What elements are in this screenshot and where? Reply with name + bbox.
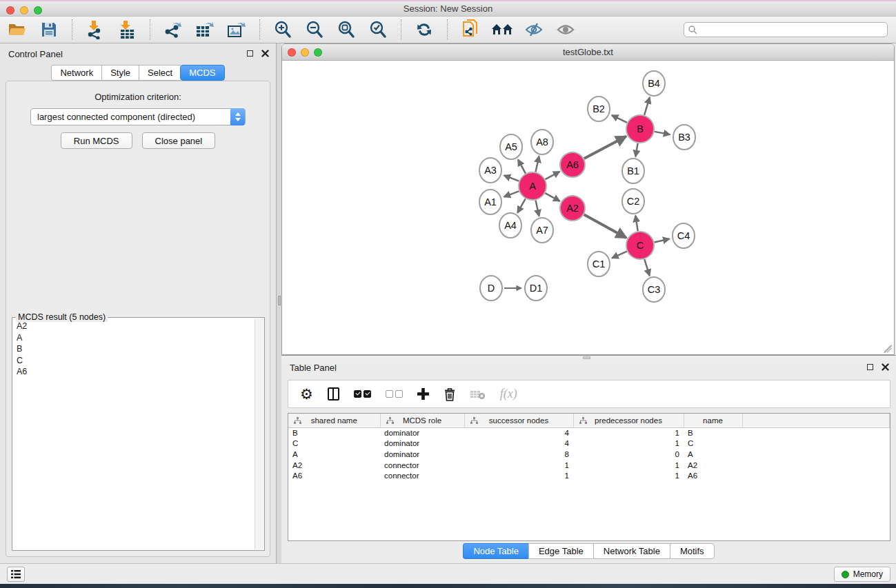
select-all-columns-button[interactable] [354, 390, 371, 398]
maximize-window-button[interactable] [34, 6, 42, 14]
table-row[interactable]: A6connector11A6 [288, 470, 890, 481]
network-node-C3[interactable]: C3 [643, 277, 665, 302]
close-panel-icon[interactable] [261, 50, 269, 57]
duplicate-network-button[interactable] [459, 19, 482, 41]
window-resize-grip[interactable] [884, 345, 892, 353]
export-table-button[interactable] [193, 19, 217, 41]
minimize-network-button[interactable] [301, 48, 309, 57]
network-node-A3[interactable]: A3 [479, 158, 501, 183]
network-edge-C-C4[interactable] [654, 239, 669, 243]
network-node-B2[interactable]: B2 [588, 97, 610, 121]
export-image-button[interactable] [225, 19, 248, 41]
network-edge-A2-C[interactable] [584, 214, 626, 238]
control-tab-style[interactable]: Style [101, 65, 139, 81]
search-input[interactable] [684, 22, 888, 37]
save-session-button[interactable] [37, 19, 61, 41]
zoom-out-button[interactable] [303, 19, 326, 41]
zoom-in-button[interactable] [271, 19, 295, 41]
column-header-successor-nodes[interactable]: successor nodes [464, 414, 573, 427]
import-network-button[interactable] [83, 19, 107, 41]
mcds-result-item[interactable]: A [14, 332, 253, 344]
open-file-button[interactable] [6, 19, 29, 41]
mcds-result-item[interactable]: A2 [14, 321, 253, 332]
table-row[interactable]: A2connector11A2 [288, 460, 890, 471]
import-table-button[interactable] [115, 19, 139, 41]
network-edge-A-A8[interactable] [535, 156, 539, 172]
delete-column-button[interactable] [444, 387, 456, 401]
network-node-A1[interactable]: A1 [479, 190, 501, 214]
network-node-C2[interactable]: C2 [622, 189, 644, 214]
close-panel-button[interactable]: Close panel [142, 132, 216, 149]
column-header-predecessor-nodes[interactable]: predecessor nodes [573, 414, 684, 427]
network-edge-A-A5[interactable] [518, 159, 526, 173]
maximize-network-button[interactable] [314, 48, 322, 57]
divider-grip[interactable] [278, 296, 281, 305]
network-node-D1[interactable]: D1 [525, 276, 547, 301]
mcds-result-item[interactable]: C [14, 355, 253, 367]
network-node-C1[interactable]: C1 [588, 252, 610, 276]
table-settings-button[interactable]: ⚙ [300, 387, 313, 401]
network-node-C[interactable]: C [626, 232, 654, 259]
network-edge-A-A4[interactable] [517, 199, 525, 212]
network-edge-C-C1[interactable] [612, 252, 627, 258]
tab-node-table[interactable]: Node Table [463, 543, 528, 559]
mcds-result-item[interactable]: A6 [14, 366, 253, 378]
float-panel-icon[interactable] [867, 364, 873, 370]
show-graphics-details-button[interactable] [554, 19, 577, 41]
run-mcds-button[interactable]: Run MCDS [61, 132, 132, 149]
network-node-B[interactable]: B [626, 115, 654, 143]
network-graph[interactable]: B4B2BB3A5A8A6B1A3AA1C2A2A4A7C4CC1DD1C3 [283, 61, 893, 354]
zoom-selected-button[interactable] [366, 19, 390, 41]
close-panel-icon[interactable] [882, 363, 889, 371]
result-list-scrollbar[interactable] [255, 318, 263, 549]
table-row[interactable]: Cdominator41C [288, 438, 890, 449]
table-row[interactable]: Adominator80A [288, 449, 890, 460]
task-history-button[interactable] [7, 567, 25, 582]
export-network-button[interactable] [161, 19, 185, 41]
network-node-A5[interactable]: A5 [500, 134, 522, 159]
minimize-window-button[interactable] [20, 6, 28, 14]
network-edge-C-C3[interactable] [644, 259, 649, 276]
control-tab-mcds[interactable]: MCDS [180, 65, 224, 81]
tab-edge-table[interactable]: Edge Table [528, 543, 593, 559]
add-column-button[interactable] [417, 388, 429, 400]
network-edge-A-A3[interactable] [504, 175, 519, 181]
network-edge-A-A2[interactable] [545, 193, 559, 201]
network-edge-A-A6[interactable] [546, 172, 560, 179]
network-node-A2[interactable]: A2 [560, 196, 585, 221]
column-header-MCDS-role[interactable]: MCDS role [380, 414, 464, 427]
show-columns-button[interactable] [328, 387, 339, 401]
memory-button[interactable]: Memory [834, 567, 890, 582]
zoom-fit-button[interactable] [335, 19, 358, 41]
control-tab-network[interactable]: Network [51, 65, 101, 81]
float-panel-icon[interactable] [247, 50, 253, 57]
network-edge-A-A7[interactable] [535, 201, 539, 216]
network-window-titlebar[interactable]: testGlobe.txt [282, 44, 894, 61]
network-edge-B-B3[interactable] [655, 132, 670, 134]
apply-layout-button[interactable] [412, 19, 436, 41]
network-edge-C-C2[interactable] [635, 216, 638, 232]
home-button[interactable] [490, 19, 514, 41]
mcds-result-list[interactable]: A2ABCA6 [14, 321, 253, 549]
close-network-button[interactable] [288, 48, 296, 57]
mcds-result-item[interactable]: B [14, 343, 253, 355]
column-header-shared-name[interactable]: shared name [288, 414, 380, 427]
unselect-all-columns-button[interactable] [386, 390, 403, 398]
network-node-A4[interactable]: A4 [499, 213, 521, 238]
network-node-B1[interactable]: B1 [622, 159, 644, 183]
control-tab-select[interactable]: Select [139, 65, 181, 81]
close-window-button[interactable] [6, 6, 14, 14]
network-node-A[interactable]: A [519, 172, 546, 200]
vertical-split-divider[interactable] [276, 43, 281, 563]
tab-network-table[interactable]: Network Table [593, 543, 670, 559]
network-edge-A-A1[interactable] [504, 191, 519, 196]
network-node-B3[interactable]: B3 [673, 125, 695, 150]
network-node-A6[interactable]: A6 [560, 152, 585, 177]
function-builder-button-disabled[interactable]: f(x) [500, 387, 517, 401]
network-node-D[interactable]: D [480, 276, 502, 301]
network-edge-B-B2[interactable] [612, 115, 627, 123]
table-row[interactable]: Bdominator41B [288, 427, 890, 438]
network-node-A8[interactable]: A8 [531, 130, 553, 154]
network-canvas[interactable]: B4B2BB3A5A8A6B1A3AA1C2A2A4A7C4CC1DD1C3 [283, 61, 893, 354]
delete-table-button-disabled[interactable] [470, 389, 486, 400]
